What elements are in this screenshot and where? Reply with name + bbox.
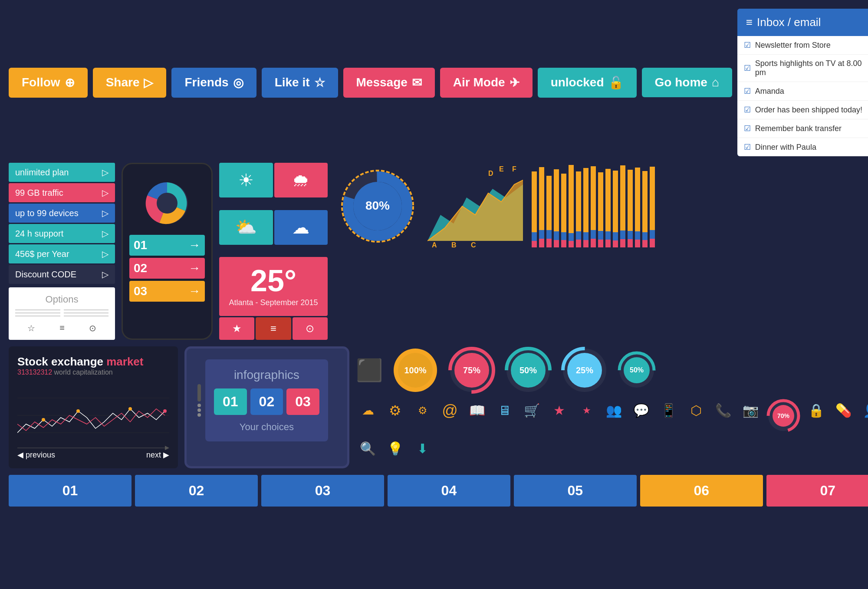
pct-label-100: 100% [404, 365, 426, 375]
circles-top-row: ⬛ 100% 75% [356, 346, 868, 394]
weather-location-btn[interactable]: ⊙ [293, 317, 328, 340]
envelope-icon: ✉ [412, 76, 422, 90]
at-icon: @ [438, 398, 462, 422]
friends-label: Friends [184, 76, 228, 89]
unlocked-button[interactable]: unlocked 🔓 [538, 68, 637, 98]
svg-rect-34 [576, 240, 581, 247]
inbox-panel: ≡ Inbox / email ☑ Newsletter from Store … [737, 9, 868, 156]
inbox-item-6[interactable]: ☑ Dinner with Paula ★ [737, 138, 868, 156]
number-tabs-row: 01 02 03 04 05 06 07 [9, 475, 868, 507]
prev-circle-icon: ◀ [17, 450, 23, 460]
phone-item-2[interactable]: 02 → [129, 258, 205, 279]
svg-rect-28 [561, 240, 566, 247]
weather-location: Atlanta - September 2015 [228, 298, 319, 307]
tablet-num-1[interactable]: 01 [214, 388, 247, 415]
tablet-num-3[interactable]: 03 [286, 388, 319, 415]
star-icon-sm: ★ [575, 398, 598, 422]
pct-label-70: 70% [777, 412, 789, 419]
tablet-side-buttons [197, 359, 201, 441]
inbox-item-5[interactable]: ☑ Remember bank transfer [737, 119, 868, 138]
num-tab-6[interactable]: 06 [640, 475, 763, 507]
weather-menu-btn[interactable]: ≡ [256, 317, 291, 340]
phone-num-3: 03 [134, 284, 147, 298]
tablet-button[interactable] [197, 384, 201, 401]
menu-price[interactable]: 456$ per Year ▷ [9, 244, 115, 263]
arrow-icon-3: ▷ [102, 208, 108, 218]
chat-icon: 💬 [629, 398, 653, 422]
phone-item-3[interactable]: 03 → [129, 281, 205, 302]
prev-button[interactable]: ◀ previous [17, 450, 55, 460]
num-tab-1[interactable]: 01 [9, 475, 132, 507]
unlocked-label: unlocked [551, 76, 604, 89]
follow-button[interactable]: Follow ⊕ [9, 68, 88, 98]
svg-rect-43 [598, 240, 603, 247]
left-menu-panel: unlimited plan ▷ 99 GB traffic ▷ up to 9… [9, 163, 115, 340]
weather-star-btn[interactable]: ★ [219, 317, 254, 340]
stock-chart [17, 381, 169, 446]
svg-rect-46 [605, 240, 611, 247]
num-tab-2[interactable]: 02 [135, 475, 258, 507]
svg-text:D: D [488, 170, 493, 177]
num-tab-3[interactable]: 03 [261, 475, 384, 507]
svg-rect-40 [591, 239, 596, 247]
tablet-dot [197, 408, 201, 412]
svg-rect-37 [583, 240, 589, 247]
message-button[interactable]: Message ✉ [343, 68, 435, 98]
phone-arrow-3: → [188, 284, 201, 298]
weather-sunny: ☀ [219, 163, 273, 197]
tablet-dots [197, 404, 201, 417]
menu-support[interactable]: 24 h support ▷ [9, 224, 115, 243]
like-button[interactable]: Like it ☆ [262, 68, 338, 98]
share-button[interactable]: Share ▷ [93, 68, 167, 98]
stock-accent: market [106, 355, 143, 368]
pct-label-75: 75% [463, 365, 480, 375]
menu-unlimited-label: unlimited plan [15, 168, 69, 178]
go-home-button[interactable]: Go home ⌂ [642, 68, 732, 97]
unlock-icon: 🔓 [608, 76, 624, 90]
menu-support-label: 24 h support [15, 229, 63, 239]
menu-icon: ≡ [746, 16, 753, 29]
pct-circle-100: 100% [391, 346, 439, 394]
play-icon: ▷ [144, 76, 153, 90]
tablet-numbers: 01 02 03 [214, 388, 319, 415]
pct-label-25: 25% [576, 365, 593, 375]
air-mode-button[interactable]: Air Mode ✈ [440, 68, 533, 98]
tablet-num-2[interactable]: 02 [250, 388, 283, 415]
menu-traffic-label: 99 GB traffic [15, 188, 63, 198]
svg-text:B: B [451, 241, 457, 249]
book-icon: 📖 [465, 398, 489, 422]
arrow-icon-2: ▷ [102, 188, 108, 198]
inbox-item-4[interactable]: ☑ Order has been shipped today! ★ [737, 101, 868, 119]
inbox-item-text-6: Dinner with Paula [755, 143, 816, 152]
stock-number: 313132312 [17, 369, 52, 376]
friends-button[interactable]: Friends ◎ [171, 68, 256, 98]
phone-item-1[interactable]: 01 → [129, 235, 205, 256]
inbox-item-1[interactable]: ☑ Newsletter from Store ★ [737, 36, 868, 55]
menu-discount[interactable]: Discount CODE ▷ [9, 265, 115, 284]
menu-unlimited[interactable]: unlimited plan ▷ [9, 163, 115, 182]
lock-icon: 🔒 [804, 398, 828, 422]
option-line [15, 313, 60, 313]
plus-circle-icon: ⊕ [65, 76, 75, 90]
search-icon: 🔍 [356, 437, 380, 461]
svg-point-72 [128, 407, 132, 411]
menu-devices-label: up to 99 devices [15, 208, 79, 218]
pill-icon: 💊 [832, 398, 855, 422]
inbox-item-3[interactable]: ☑ Amanda [737, 82, 868, 101]
phone-mockup: 01 → 02 → 03 → [122, 163, 213, 340]
stock-subtitle: 313132312 world capitalization [17, 369, 169, 376]
area-chart: A B C D E F [427, 163, 523, 250]
star-icon: ☆ [314, 76, 325, 90]
cart-icon: 🛒 [520, 398, 544, 422]
num-tab-5[interactable]: 05 [514, 475, 637, 507]
arrow-icon-6: ▷ [102, 269, 108, 280]
inbox-items-list: ☑ Newsletter from Store ★ ☑ Sports highl… [737, 36, 868, 156]
menu-devices[interactable]: up to 99 devices ▷ [9, 204, 115, 223]
menu-traffic[interactable]: 99 GB traffic ▷ [9, 183, 115, 202]
inbox-item-2[interactable]: ☑ Sports highlights on TV at 8.00 pm ★ [737, 55, 868, 82]
next-button[interactable]: next ▶ [146, 450, 169, 460]
svg-rect-64 [650, 239, 655, 247]
star-footer-icon: ☆ [27, 323, 35, 333]
num-tab-4[interactable]: 04 [388, 475, 510, 507]
num-tab-7[interactable]: 07 [766, 475, 868, 507]
